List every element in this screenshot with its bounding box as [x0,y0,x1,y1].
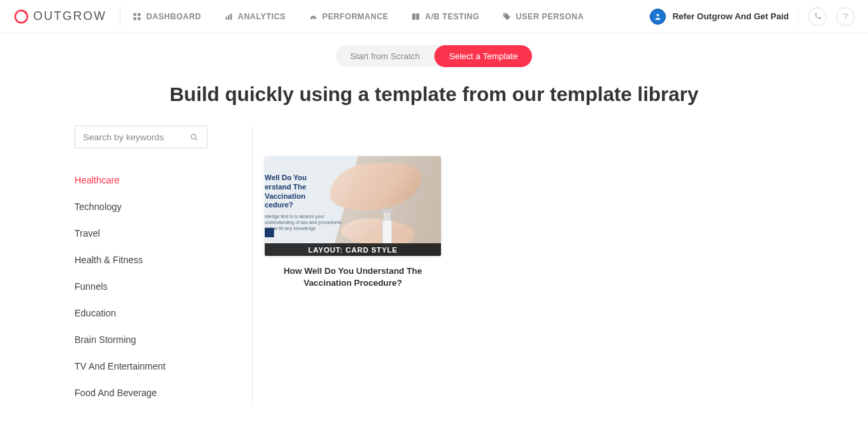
template-card-title: How Well Do You Understand The Vaccinati… [265,256,441,289]
outgrow-logo-icon [13,9,29,25]
search-icon [190,132,199,142]
gauge-icon [309,12,318,21]
nav-label: DASHBOARD [146,12,202,21]
category-list: Healthcare Technology Travel Health & Fi… [74,167,245,406]
category-item-food-beverage[interactable]: Food And Beverage [74,380,245,406]
category-item-healthcare[interactable]: Healthcare [74,167,245,193]
grid-icon [132,12,142,21]
nav-label: A/B TESTING [425,12,480,21]
nav-label: USER PERSONA [516,12,584,21]
svg-rect-17 [381,209,393,213]
tabs-pill: Start from Scratch Select a Template [336,45,533,67]
search-box[interactable] [74,126,208,148]
top-nav: DASHBOARD ANALYTICS PERFORMANCE A/B TEST… [132,12,584,21]
phone-icon [813,12,822,21]
tag-icon [502,12,511,21]
category-item-funnels[interactable]: Funnels [74,273,245,300]
category-item-tv-entertainment[interactable]: TV And Entertainment [74,353,245,380]
svg-rect-7 [230,13,231,19]
page-title: Build quickly using a template from our … [0,74,868,126]
nav-dashboard[interactable]: DASHBOARD [132,12,202,21]
svg-point-11 [504,14,506,15]
logo[interactable]: OUTGROW [13,7,120,27]
tab-start-from-scratch[interactable]: Start from Scratch [336,45,435,67]
search-input[interactable] [83,132,190,142]
category-item-health-fitness[interactable]: Health & Fitness [74,247,245,273]
svg-rect-1 [134,13,136,15]
nav-user-persona[interactable]: USER PERSONA [502,12,584,21]
svg-rect-10 [416,13,420,19]
category-item-technology[interactable]: Technology [74,193,245,220]
layout-badge: LAYOUT: CARD STYLE [265,243,441,256]
category-sidebar: Healthcare Technology Travel Health & Fi… [74,126,253,406]
thumb-mini-button-row [265,228,274,240]
svg-rect-2 [138,13,140,15]
app-header: OUTGROW DASHBOARD ANALYTICS PERFORMANCE … [0,0,868,33]
svg-rect-16 [384,212,390,220]
divider [798,8,799,25]
svg-rect-15 [382,220,392,247]
template-grid: Well Do You erstand The Vaccination cedu… [253,126,868,406]
thumb-heading-line: cedure? [265,201,348,210]
svg-rect-6 [227,15,229,19]
refer-label: Refer Outgrow And Get Paid [672,11,789,21]
nav-label: ANALYTICS [238,12,286,21]
nav-performance[interactable]: PERFORMANCE [309,12,389,21]
svg-rect-9 [412,13,416,19]
template-thumbnail: Well Do You erstand The Vaccination cedu… [265,156,441,256]
template-card[interactable]: Well Do You erstand The Vaccination cedu… [265,156,441,289]
svg-rect-5 [225,17,227,20]
svg-point-12 [656,13,659,16]
thumb-heading-line: erstand The Vaccination [265,183,348,201]
mini-square-icon [265,228,274,237]
svg-point-8 [313,17,314,19]
category-item-travel[interactable]: Travel [74,220,245,247]
thumb-heading-line: Well Do You [265,173,348,183]
svg-rect-4 [138,17,140,20]
refer-badge-icon [650,9,666,25]
question-icon: ? [843,11,847,21]
phone-button[interactable] [808,7,827,26]
thumb-subtext: wledge test is to assess your understand… [265,213,348,231]
nav-label: PERFORMANCE [323,12,389,21]
mode-tabs: Start from Scratch Select a Template [0,33,868,74]
category-item-brain-storming[interactable]: Brain Storming [74,326,245,353]
svg-line-14 [196,138,198,140]
thumb-text-overlay: Well Do You erstand The Vaccination cedu… [265,173,353,231]
svg-rect-3 [134,17,136,20]
tab-select-template[interactable]: Select a Template [434,45,532,67]
nav-ab-testing[interactable]: A/B TESTING [411,12,480,21]
ab-icon [411,12,420,21]
svg-point-13 [192,134,196,139]
nav-analytics[interactable]: ANALYTICS [224,12,286,21]
header-right: Refer Outgrow And Get Paid ? [650,7,855,26]
refer-link[interactable]: Refer Outgrow And Get Paid [650,9,789,25]
bar-chart-icon [224,12,233,21]
category-item-education[interactable]: Education [74,300,245,326]
help-button[interactable]: ? [836,7,855,26]
logo-text: OUTGROW [33,9,106,23]
main-content: Healthcare Technology Travel Health & Fi… [0,126,868,406]
